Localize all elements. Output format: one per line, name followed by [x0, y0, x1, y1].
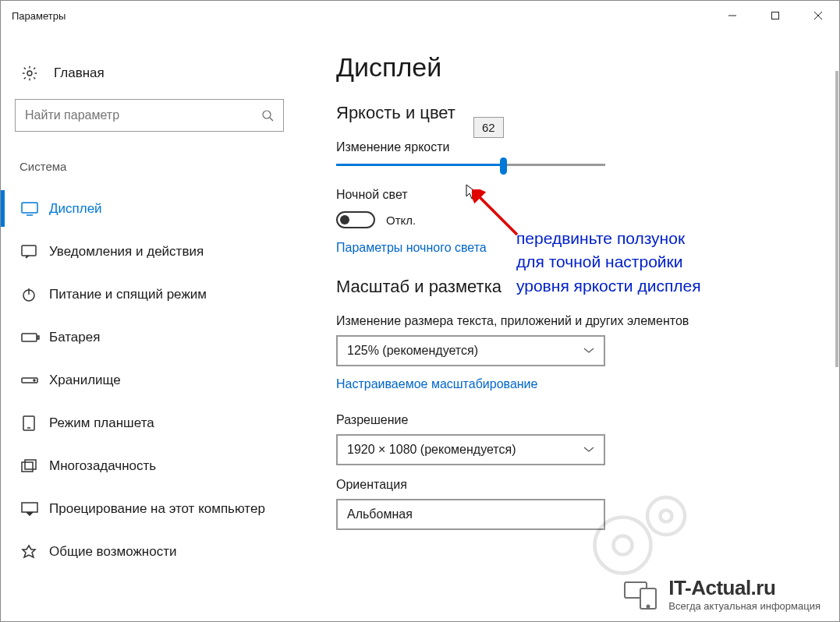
custom-scale-link[interactable]: Настраиваемое масштабирование	[336, 377, 824, 391]
sidebar-item-label: Проецирование на этот компьютер	[49, 501, 265, 517]
sidebar-item-label: Режим планшета	[49, 415, 154, 431]
svg-rect-19	[25, 460, 36, 469]
sidebar-item-multitask[interactable]: Многозадачность	[15, 444, 285, 487]
minimize-button[interactable]	[711, 1, 753, 30]
brightness-label: Изменение яркости	[336, 140, 824, 154]
power-icon	[21, 287, 49, 302]
sidebar-item-label: Уведомления и действия	[49, 244, 204, 260]
window-title: Параметры	[12, 10, 66, 22]
sidebar-item-shared[interactable]: Общие возможности	[15, 530, 285, 573]
resolution-dropdown[interactable]: 1920 × 1080 (рекомендуется)	[336, 434, 605, 465]
watermark: IT-Actual.ru Всегда актуальная информаци…	[623, 576, 821, 612]
annotation-line: для точной настройки	[516, 250, 701, 274]
search-field[interactable]	[25, 108, 261, 122]
sidebar-item-battery[interactable]: Батарея	[15, 316, 285, 359]
multitask-icon	[21, 459, 49, 473]
scale-value: 125% (рекомендуется)	[347, 344, 478, 358]
sidebar-home[interactable]: Главная	[21, 65, 285, 82]
toggle-knob	[340, 215, 349, 224]
section-brightness-title: Яркость и цвет	[336, 103, 824, 123]
resolution-label: Разрешение	[336, 413, 824, 427]
nightlight-toggle[interactable]: Откл.	[336, 211, 824, 228]
svg-point-5	[263, 111, 271, 118]
sidebar-item-storage[interactable]: Хранилище	[15, 359, 285, 401]
svg-rect-12	[22, 334, 37, 341]
sidebar-item-label: Многозадачность	[49, 458, 156, 474]
chevron-down-icon	[583, 447, 594, 453]
svg-rect-20	[22, 503, 37, 512]
svg-point-15	[34, 380, 35, 381]
sidebar-item-projecting[interactable]: Проецирование на этот компьютер	[15, 487, 285, 530]
gear-icon	[21, 65, 38, 82]
sidebar-item-notifications[interactable]: Уведомления и действия	[15, 230, 285, 273]
slider-tooltip: 62	[473, 117, 504, 138]
svg-rect-7	[22, 203, 37, 213]
slider-track[interactable]	[336, 164, 605, 166]
tablet-icon	[21, 415, 49, 431]
orientation-dropdown[interactable]: Альбомная	[336, 499, 605, 530]
nightlight-label: Ночной свет	[336, 188, 824, 202]
scale-label: Изменение размера текста, приложений и д…	[336, 314, 824, 328]
orientation-value: Альбомная	[347, 507, 413, 521]
sidebar-item-label: Общие возможности	[49, 544, 176, 560]
toggle-state-label: Откл.	[386, 214, 416, 227]
watermark-tagline: Всегда актуальная информация	[668, 600, 821, 612]
svg-point-28	[647, 606, 650, 608]
main-panel: Дисплей Яркость и цвет Изменение яркости…	[299, 30, 839, 621]
svg-line-21	[477, 194, 517, 235]
titlebar: Параметры	[1, 1, 839, 30]
annotation-line: передвиньте ползунок	[516, 227, 701, 250]
sidebar: Главная Система Дисплей Уведомления и де…	[1, 30, 299, 621]
close-button[interactable]	[796, 1, 839, 30]
sidebar-group-label: Система	[19, 160, 285, 173]
watermark-site: IT-Actual.ru	[668, 576, 821, 600]
sidebar-home-label: Главная	[54, 65, 105, 81]
storage-icon	[21, 376, 49, 385]
projecting-icon	[21, 502, 49, 516]
watermark-logo-icon	[623, 578, 661, 610]
slider-fill	[336, 164, 503, 166]
resolution-value: 1920 × 1080 (рекомендуется)	[347, 443, 516, 457]
notifications-icon	[21, 245, 49, 259]
sidebar-item-power[interactable]: Питание и спящий режим	[15, 273, 285, 316]
toggle-switch[interactable]	[336, 211, 375, 228]
svg-line-6	[270, 118, 273, 121]
sidebar-item-tablet[interactable]: Режим планшета	[15, 401, 285, 444]
scrollbar[interactable]	[835, 71, 838, 367]
chevron-down-icon	[583, 348, 594, 354]
svg-rect-9	[22, 246, 36, 256]
battery-icon	[21, 332, 49, 343]
annotation-text: передвиньте ползунок для точной настройк…	[516, 227, 701, 298]
search-icon	[261, 109, 274, 122]
svg-rect-18	[22, 462, 33, 472]
svg-rect-13	[37, 336, 39, 339]
scale-dropdown[interactable]: 125% (рекомендуется)	[336, 335, 605, 366]
search-input[interactable]	[15, 99, 284, 132]
sidebar-item-label: Питание и спящий режим	[49, 287, 207, 302]
window-controls	[711, 1, 839, 30]
svg-rect-1	[771, 12, 778, 19]
display-icon	[21, 202, 49, 216]
orientation-label: Ориентация	[336, 478, 824, 492]
sidebar-item-display[interactable]: Дисплей	[15, 187, 285, 230]
sidebar-item-label: Дисплей	[49, 201, 102, 217]
brightness-slider[interactable]: 62	[336, 164, 605, 166]
page-title: Дисплей	[336, 52, 824, 83]
svg-point-4	[27, 71, 32, 76]
shared-icon	[21, 544, 49, 560]
sidebar-item-label: Батарея	[49, 330, 100, 345]
sidebar-item-label: Хранилище	[49, 373, 121, 388]
slider-thumb[interactable]	[500, 157, 507, 175]
maximize-button[interactable]	[753, 1, 796, 30]
annotation-line: уровня яркости дисплея	[516, 274, 701, 298]
